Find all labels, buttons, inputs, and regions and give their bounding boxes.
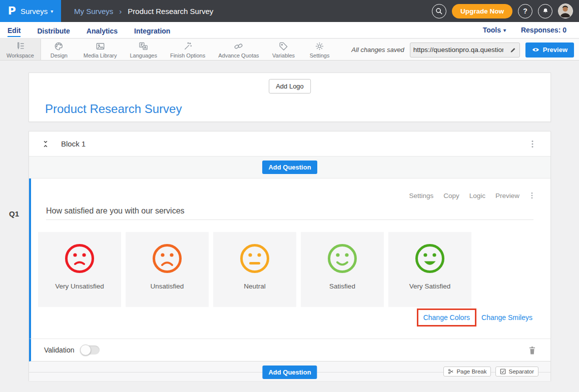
toolbar-label: Variables: [272, 52, 295, 58]
toggle-knob: [80, 344, 91, 356]
smiley-label: Satisfied: [329, 282, 355, 290]
question-actions: Settings Copy Logic Preview: [409, 190, 537, 202]
question-number: Q1: [9, 210, 19, 218]
collapse-block-icon[interactable]: [41, 140, 50, 148]
user-avatar[interactable]: [558, 4, 573, 18]
smiley-satisfied-icon: [326, 242, 359, 275]
survey-title[interactable]: Product Research Survey: [45, 102, 182, 116]
toolbar-label: Design: [51, 52, 68, 58]
person-icon: [558, 4, 572, 18]
checkbox-checked-icon: [500, 368, 506, 374]
question-menu-button[interactable]: [526, 190, 537, 202]
smiley-links: Change Colors Change Smileys: [417, 308, 532, 326]
settings-icon: [314, 41, 325, 52]
change-colors-highlight: Change Colors: [417, 308, 476, 326]
smiley-scale: Very Unsatisfied Unsatisfied Neutral: [38, 232, 471, 307]
question-q1: Q1 Settings Copy Logic Preview How satis…: [29, 178, 550, 338]
responses-count[interactable]: Responses: 0: [521, 26, 566, 34]
edit-url-button[interactable]: [506, 46, 519, 54]
preview-button-label: Preview: [543, 46, 567, 54]
smiley-unsatisfied-icon: [151, 242, 184, 275]
toolbar-label: Workspace: [7, 52, 34, 58]
block-footer: Add Question Page Break Separator: [29, 362, 550, 381]
question-logic-button[interactable]: Logic: [469, 192, 485, 200]
question-divider: [46, 220, 533, 220]
toolbar-item-media-library[interactable]: Media Library: [77, 39, 124, 60]
upgrade-now-button[interactable]: Upgrade Now: [452, 4, 512, 18]
add-logo-button[interactable]: Add Logo: [269, 79, 311, 94]
toolbar-label: Settings: [310, 52, 330, 58]
change-smileys-link[interactable]: Change Smileys: [481, 314, 532, 322]
toolbar-label: Advance Quotas: [218, 52, 259, 58]
separator-button[interactable]: Separator: [495, 366, 538, 376]
chevron-down-icon: ▾: [51, 8, 53, 14]
toolbar-item-variables[interactable]: Variables: [266, 39, 302, 60]
breadcrumb-separator-icon: ›: [119, 7, 122, 16]
validation-toggle[interactable]: [81, 346, 100, 354]
tools-menu-label: Tools: [483, 26, 501, 34]
tab-integration[interactable]: Integration: [134, 24, 170, 36]
validation-row: Validation: [29, 338, 550, 362]
languages-icon: [138, 41, 149, 52]
toolbar-label: Finish Options: [170, 52, 205, 58]
separator-label: Separator: [508, 368, 534, 374]
block-menu-button[interactable]: [526, 138, 538, 150]
search-button[interactable]: [432, 4, 446, 18]
toolbar-item-workspace[interactable]: Workspace: [0, 39, 41, 60]
toolbar-item-advance-quotas[interactable]: Advance Quotas: [212, 39, 265, 60]
page-break-label: Page Break: [456, 368, 486, 374]
trash-icon: [528, 346, 536, 355]
kebab-menu-icon: [528, 192, 535, 200]
toolbar-item-finish-options[interactable]: Finish Options: [164, 39, 212, 60]
variables-icon: [278, 41, 289, 52]
smiley-option-very-unsatisfied[interactable]: Very Unsatisfied: [38, 232, 121, 307]
smiley-option-unsatisfied[interactable]: Unsatisfied: [126, 232, 209, 307]
smiley-option-satisfied[interactable]: Satisfied: [301, 232, 384, 307]
smiley-very-satisfied-icon: [413, 242, 446, 275]
top-bar: P Surveys ▾ My Surveys › Product Researc…: [0, 0, 579, 22]
help-button[interactable]: ?: [518, 4, 532, 18]
tab-edit[interactable]: Edit: [8, 23, 21, 37]
toolbar-item-settings[interactable]: Settings: [302, 39, 338, 60]
preview-button[interactable]: Preview: [525, 42, 574, 58]
smiley-label: Very Unsatisfied: [55, 282, 104, 290]
survey-header-card: Add Logo Product Research Survey: [29, 72, 551, 122]
smiley-label: Very Satisfied: [409, 282, 451, 290]
product-menu-label: Surveys: [21, 7, 48, 16]
tab-analytics[interactable]: Analytics: [87, 24, 118, 36]
smiley-option-very-satisfied[interactable]: Very Satisfied: [388, 232, 471, 307]
finish-options-icon: [183, 41, 193, 52]
page-break-button[interactable]: Page Break: [443, 366, 491, 376]
notifications-button[interactable]: [538, 4, 552, 18]
block-header: Block 1: [29, 132, 550, 156]
question-settings-button[interactable]: Settings: [409, 192, 433, 200]
question-text[interactable]: How satisfied are you with our services: [46, 206, 185, 216]
editor-toolbar: Workspace Design Media Library Languages…: [0, 39, 579, 60]
breadcrumb-my-surveys[interactable]: My Surveys: [74, 7, 113, 16]
tab-distribute[interactable]: Distribute: [37, 24, 70, 36]
tools-menu[interactable]: Tools ▾: [483, 26, 506, 34]
toolbar-item-design[interactable]: Design: [41, 39, 77, 60]
smiley-neutral-icon: [238, 242, 271, 275]
pencil-icon: [509, 46, 516, 54]
toolbar-item-languages[interactable]: Languages: [123, 39, 163, 60]
surveys-product-menu[interactable]: P Surveys ▾: [0, 0, 61, 22]
toolbar-label: Languages: [130, 52, 157, 58]
smiley-label: Unsatisfied: [151, 282, 184, 290]
question-preview-button[interactable]: Preview: [495, 192, 519, 200]
survey-url-field[interactable]: [410, 42, 520, 58]
add-question-button-bottom[interactable]: Add Question: [262, 366, 317, 379]
add-question-button-top[interactable]: Add Question: [262, 160, 317, 174]
delete-question-button[interactable]: [527, 344, 537, 356]
search-icon: [435, 7, 443, 15]
questionpro-logo-icon: P: [8, 6, 16, 16]
survey-url-input[interactable]: [410, 46, 506, 54]
breadcrumb-current-survey: Product Research Survey: [128, 7, 213, 16]
smiley-label: Neutral: [244, 282, 266, 290]
block-title[interactable]: Block 1: [61, 140, 86, 148]
save-status: All changes saved: [351, 46, 404, 54]
question-copy-button[interactable]: Copy: [443, 192, 459, 200]
smiley-option-neutral[interactable]: Neutral: [213, 232, 296, 307]
block-card: Block 1 Add Question Q1 Settings Copy Lo…: [29, 131, 551, 381]
change-colors-link[interactable]: Change Colors: [423, 314, 470, 322]
